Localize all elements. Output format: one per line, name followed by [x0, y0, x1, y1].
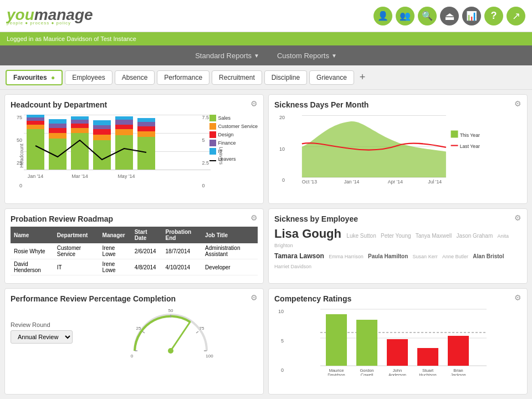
table-row: David Henderson IT Irene Lowe 4/8/2014 4…	[11, 259, 258, 275]
bar-it-6	[137, 118, 155, 122]
bar-design-6	[137, 126, 155, 131]
bar-cs-6	[137, 131, 155, 137]
sickness-svg: Oct '13 Jan '14 Apr '14 Jul '14 This Yea…	[287, 112, 521, 185]
sickness-month-card: Sickness Days Per Month ⚙ 20 10 0	[268, 94, 528, 204]
competency-gear-icon[interactable]: ⚙	[514, 293, 521, 302]
legend-design-color	[209, 131, 216, 138]
legend-leavers-line	[209, 160, 216, 161]
sickness-y-axis: 20 10 0	[274, 112, 287, 193]
cell-mgr-1: Irene Lowe	[99, 243, 131, 259]
col-manager: Manager	[99, 227, 131, 243]
comp-x4-l2: Huchison	[419, 372, 436, 376]
perf-review-title: Performance Review Percentage Completion	[11, 294, 258, 303]
legend-it: IT	[209, 148, 258, 155]
competency-y-axis: 10 5 0	[274, 306, 285, 387]
col-name: Name	[11, 227, 54, 243]
tab-favourites[interactable]: Favourites ●	[6, 70, 63, 85]
competency-svg: Maurice Davidson Gordon Cowell John Ande…	[285, 306, 521, 376]
headcount-title: Headcount by Department	[11, 100, 258, 109]
sickness-emp-primary: Lisa Gough	[274, 227, 341, 241]
perf-review-card: Performance Review Percentage Completion…	[4, 288, 264, 395]
legend-finance: Finance	[209, 140, 258, 146]
tab-recruitment[interactable]: Recruitment	[212, 70, 262, 85]
sickness-emp-content: Lisa Gough Luke Sutton Peter Young Tanya…	[274, 227, 521, 270]
cell-name-2: David Henderson	[11, 259, 54, 275]
tab-performance[interactable]: Performance	[157, 70, 209, 85]
nav-standard-reports-arrow: ▼	[254, 53, 259, 59]
chart-icon[interactable]: 📊	[462, 7, 481, 25]
nav-custom-reports[interactable]: Custom Reports ▼	[269, 48, 345, 63]
bar-sales-6	[137, 137, 155, 170]
help-icon[interactable]: ?	[484, 7, 503, 25]
headcount-bars-area: Jan '14 Mar '14 May '14 7.5 5 2.5 0 Leav…	[24, 112, 258, 198]
competency-card: Competency Ratings ⚙ 10 5 0	[268, 288, 528, 395]
cell-name-1: Rosie Whyte	[11, 243, 54, 259]
gauge-label-50: 50	[168, 308, 173, 313]
legend-cs-color	[209, 123, 216, 130]
headcount-gear-icon[interactable]: ⚙	[250, 99, 258, 108]
header: youmanage people ● process ● policy 👤 👥 …	[0, 0, 532, 32]
comp-bar-stuart	[417, 348, 438, 366]
perf-round-select[interactable]: Annual Review	[11, 330, 73, 344]
perf-review-gear-icon[interactable]: ⚙	[250, 293, 258, 302]
competency-bars: Maurice Davidson Gordon Cowell John Ande…	[285, 306, 521, 387]
comp-bar-brian	[448, 336, 469, 366]
sick-x1: Oct '13	[302, 179, 317, 185]
cell-title-2: Developer	[202, 259, 258, 275]
bar-finance-3	[71, 120, 89, 124]
bar-cs-2	[49, 133, 66, 139]
gauge-label-0: 0	[131, 354, 134, 359]
bar-it-2	[49, 119, 66, 124]
tab-grievance[interactable]: Grievance	[309, 70, 354, 85]
sickness-emp-gear-icon[interactable]: ⚙	[514, 213, 521, 222]
share-icon[interactable]: ↗	[507, 7, 525, 25]
bar-finance-6	[137, 122, 155, 126]
sickness-chart-area: Oct '13 Jan '14 Apr '14 Jul '14 This Yea…	[287, 112, 521, 193]
gauge-container: 0 25 50 75 100	[84, 306, 258, 359]
bar-cs-3	[71, 128, 89, 133]
cell-probend-2: 4/10/2014	[162, 259, 202, 275]
tabs-bar: Favourites ● Employees Absence Performan…	[0, 65, 532, 90]
tab-absence[interactable]: Absence	[115, 70, 155, 85]
person-icon[interactable]: 👤	[374, 7, 392, 25]
tab-employees[interactable]: Employees	[65, 70, 112, 85]
bar-design-4	[93, 129, 111, 135]
cell-start-2: 4/8/2014	[131, 259, 162, 275]
nav-custom-reports-arrow: ▼	[331, 53, 337, 59]
sick-legend-green-label: This Year	[460, 132, 480, 138]
signin-icon[interactable]: ⏏	[440, 7, 459, 25]
x-label-2: Mar '14	[71, 173, 88, 179]
probation-table: Name Department Manager Start Date Proba…	[11, 227, 258, 275]
gauge-pivot	[168, 348, 173, 354]
headcount-card: Headcount by Department ⚙ 75 50 25 0 Hea…	[4, 94, 264, 204]
search-icon[interactable]: 🔍	[418, 7, 437, 25]
comp-x3-l2: Anderson	[388, 372, 406, 376]
sick-x4: Jul '14	[428, 179, 442, 185]
sickness-month-title: Sickness Days Per Month	[274, 100, 521, 109]
comp-x2-l2: Cowell	[361, 372, 374, 376]
probation-card: Probation Review Roadmap ⚙ Name Departme…	[4, 208, 264, 283]
headcount-y-right: 7.5 5 2.5 0	[202, 115, 209, 188]
bar-finance-4	[93, 125, 111, 129]
people-icon[interactable]: 👥	[396, 7, 415, 25]
cell-dept-2: IT	[54, 259, 99, 275]
bar-sales-3	[71, 133, 89, 170]
bar-cs-4	[93, 135, 111, 140]
comp-x1-l2: Davidson	[328, 372, 345, 376]
tab-favourites-dot: ●	[51, 74, 55, 81]
tab-add-button[interactable]: +	[356, 71, 369, 83]
sickness-month-gear-icon[interactable]: ⚙	[514, 99, 521, 108]
competency-title: Competency Ratings	[274, 294, 521, 303]
table-row: Rosie Whyte Customer Service Irene Lowe …	[11, 243, 258, 259]
tab-discipline[interactable]: Discipline	[264, 70, 307, 85]
perf-review-content: Review Round Annual Review	[11, 306, 258, 359]
nav-bar: Standard Reports ▼ Custom Reports ▼	[0, 45, 532, 65]
legend-leavers: Leavers	[209, 156, 258, 162]
nav-standard-reports[interactable]: Standard Reports ▼	[187, 48, 267, 63]
cell-probend-1: 18/7/2014	[162, 243, 202, 259]
sickness-emp-card: Sickness by Employee ⚙ Lisa Gough Luke S…	[268, 208, 528, 283]
probation-gear-icon[interactable]: ⚙	[250, 213, 258, 222]
header-icons: 👤 👥 🔍 ⏏ 📊 ? ↗	[374, 7, 525, 25]
bar-it-3	[71, 116, 89, 120]
tick-75	[196, 331, 198, 333]
